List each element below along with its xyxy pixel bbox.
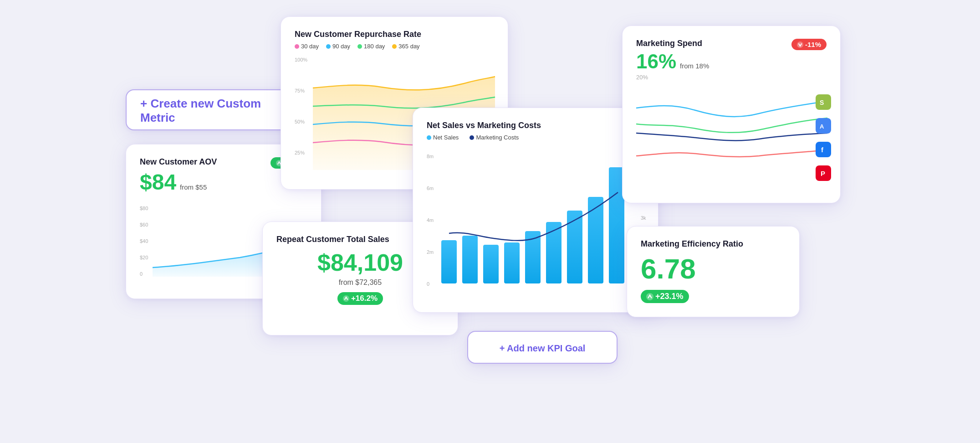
- marketing-spend-y-label: 20%: [636, 74, 709, 81]
- repeat-sales-badge: +16.2%: [337, 292, 383, 305]
- legend-marketingcosts: Marketing Costs: [470, 134, 519, 141]
- svg-text:0: 0: [427, 281, 429, 287]
- google-ads-icon: A: [816, 118, 831, 134]
- aov-value: $84: [140, 170, 176, 195]
- marketing-spend-title: Marketing Spend: [636, 39, 709, 48]
- svg-rect-26: [588, 197, 603, 283]
- svg-text:2m: 2m: [427, 249, 434, 255]
- svg-text:3k: 3k: [641, 215, 646, 221]
- legend-365day: 365 day: [392, 43, 419, 50]
- add-kpi-goal-button[interactable]: + Add new KPI Goal: [467, 331, 618, 364]
- svg-rect-25: [567, 211, 582, 283]
- svg-text:P: P: [821, 170, 825, 177]
- svg-text:0: 0: [140, 271, 143, 277]
- svg-text:4m: 4m: [427, 217, 434, 223]
- mer-card: Marketing Efficiency Ratio 6.78 +23.1%: [627, 226, 800, 317]
- netsales-card: Net Sales vs Marketing Costs Net Sales M…: [413, 108, 658, 313]
- netsales-chart: 8m 6m 4m 2m 0 4k 3k 2k: [427, 144, 650, 299]
- marketing-spend-badge: -11%: [791, 39, 827, 50]
- marketing-spend-from: from 18%: [680, 62, 709, 70]
- legend-30day: 30 day: [295, 43, 319, 50]
- svg-text:S: S: [820, 99, 824, 106]
- legend-180day: 180 day: [357, 43, 385, 50]
- svg-rect-20: [462, 236, 478, 283]
- svg-text:25%: 25%: [295, 150, 305, 155]
- repurchase-title: New Customer Repurchase Rate: [295, 30, 494, 39]
- facebook-icon: f: [816, 142, 831, 157]
- kpi-goal-label: + Add new KPI Goal: [500, 343, 586, 354]
- svg-text:$40: $40: [140, 238, 148, 244]
- mer-value: 6.78: [641, 253, 786, 284]
- shopify-icon: S: [816, 94, 831, 110]
- marketing-spend-value: 16%: [636, 50, 676, 73]
- svg-rect-22: [504, 242, 520, 283]
- aov-title: New Customer AOV: [140, 157, 217, 167]
- create-metric-label: + Create new Custom Metric: [140, 97, 293, 125]
- svg-text:6m: 6m: [427, 185, 434, 191]
- marketing-spend-chart: [636, 81, 827, 181]
- svg-text:100%: 100%: [295, 57, 307, 62]
- netsales-legend: Net Sales Marketing Costs: [427, 134, 644, 141]
- aov-from: from $55: [180, 183, 207, 191]
- svg-text:A: A: [820, 123, 824, 130]
- svg-rect-19: [441, 240, 457, 283]
- svg-text:8m: 8m: [427, 154, 434, 159]
- mer-badge: +23.1%: [641, 290, 689, 303]
- mer-title: Marketing Efficiency Ratio: [641, 239, 786, 249]
- svg-text:75%: 75%: [295, 88, 305, 93]
- svg-text:$60: $60: [140, 222, 148, 227]
- svg-text:$80: $80: [140, 206, 148, 211]
- svg-text:$20: $20: [140, 255, 148, 260]
- legend-netsales: Net Sales: [427, 134, 459, 141]
- svg-text:50%: 50%: [295, 119, 305, 124]
- netsales-title: Net Sales vs Marketing Costs: [427, 121, 644, 130]
- legend-90day: 90 day: [326, 43, 350, 50]
- svg-rect-21: [483, 245, 499, 283]
- svg-text:f: f: [821, 146, 824, 154]
- repurchase-legend: 30 day 90 day 180 day 365 day: [295, 43, 494, 50]
- marketing-spend-card: Marketing Spend 16% from 18% 20% -11%: [622, 26, 841, 203]
- pinterest-icon: P: [816, 165, 831, 181]
